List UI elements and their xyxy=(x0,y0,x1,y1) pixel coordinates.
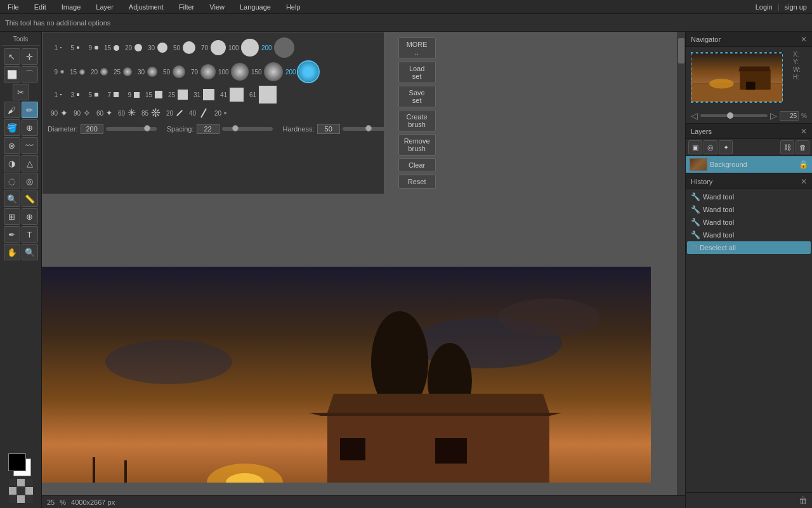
brush-line-2[interactable] xyxy=(200,109,207,118)
tool-transform[interactable]: ⊞ xyxy=(4,208,20,225)
brush-dot-50[interactable] xyxy=(183,41,195,54)
tool-burn[interactable]: △ xyxy=(22,155,38,171)
diameter-thumb[interactable] xyxy=(144,125,150,131)
tool-text[interactable]: T xyxy=(22,226,38,243)
history-item-3[interactable]: 🔧 Wand tool xyxy=(687,216,811,229)
menu-filter[interactable]: Filter xyxy=(176,2,197,12)
brush-dot-20[interactable] xyxy=(134,44,142,51)
tool-clone[interactable]: ⊕ xyxy=(22,119,38,136)
brush-dot-200-1[interactable] xyxy=(274,37,294,58)
hardness-value[interactable] xyxy=(317,124,340,134)
brush-sq-61[interactable] xyxy=(259,86,277,104)
layer-delete-btn[interactable]: 🗑 xyxy=(796,140,809,154)
tool-sharpen[interactable]: ◎ xyxy=(22,173,38,189)
brush-sq-5[interactable] xyxy=(95,93,98,97)
load-set-button[interactable]: Load set xyxy=(398,62,436,83)
history-item-1[interactable]: 🔧 Wand tool xyxy=(687,190,811,203)
zoom-slider-thumb[interactable] xyxy=(727,112,733,119)
brush-soft-25[interactable] xyxy=(123,67,132,76)
brush-star-4[interactable]: ✳ xyxy=(128,108,136,118)
brush-soft-200-selected[interactable] xyxy=(298,62,318,82)
tool-heal[interactable]: ⊗ xyxy=(4,137,20,154)
brush-soft-9[interactable] xyxy=(60,70,64,74)
tool-fill[interactable]: 🪣 xyxy=(4,119,20,136)
history-trash-btn[interactable]: 🗑 xyxy=(797,494,809,507)
zoom-in-icon[interactable]: ▷ xyxy=(770,110,777,121)
foreground-color[interactable] xyxy=(8,453,26,471)
brush-sq-9[interactable] xyxy=(134,92,140,98)
menu-layer[interactable]: Layer xyxy=(93,2,116,12)
brush-star-5[interactable]: ❊ xyxy=(151,107,160,119)
tool-brush[interactable]: 🖌 xyxy=(4,102,20,118)
tool-marquee-rect[interactable]: ⬜ xyxy=(4,66,20,83)
menu-adjustment[interactable]: Adjustment xyxy=(126,2,166,12)
brush-soft-100[interactable] xyxy=(231,63,249,81)
hardness-thumb[interactable] xyxy=(365,125,372,131)
tool-marquee-lasso[interactable]: ⌒ xyxy=(22,66,38,83)
brush-sq-25[interactable] xyxy=(178,90,188,100)
tool-eyedropper[interactable]: 🔍 xyxy=(4,190,20,207)
brush-star-3[interactable]: ✦ xyxy=(106,109,112,117)
diameter-track[interactable] xyxy=(106,127,157,131)
tool-dodge[interactable]: ◑ xyxy=(4,155,20,171)
brush-dot-30[interactable] xyxy=(157,43,167,53)
tool-eraser[interactable]: ✏ xyxy=(22,102,38,118)
clear-button[interactable]: Clear xyxy=(398,158,436,172)
brush-soft-20[interactable] xyxy=(100,68,108,76)
brush-sq-1[interactable] xyxy=(60,94,62,95)
brush-soft-15[interactable] xyxy=(79,69,85,75)
menu-help[interactable]: Help xyxy=(284,2,303,12)
spacing-track[interactable] xyxy=(222,127,273,131)
zoom-slider-track[interactable] xyxy=(700,114,768,117)
tool-warp[interactable]: ⊕ xyxy=(22,208,38,225)
menu-file[interactable]: File xyxy=(5,2,22,12)
brush-line-1[interactable] xyxy=(176,110,183,116)
brush-sq-31[interactable] xyxy=(203,89,214,100)
brush-sq-7[interactable] xyxy=(114,92,119,97)
layers-close[interactable]: ✕ xyxy=(801,127,807,136)
v-scrollbar-thumb[interactable] xyxy=(678,38,684,64)
tool-arrow[interactable]: ↖ xyxy=(4,48,20,65)
menu-edit[interactable]: Edit xyxy=(32,2,49,12)
tool-measure[interactable]: 📏 xyxy=(22,190,38,207)
zoom-out-icon[interactable]: ◁ xyxy=(691,110,698,121)
brush-dot-9[interactable] xyxy=(95,46,98,50)
layer-fx-btn[interactable]: ✦ xyxy=(719,140,733,154)
tool-move[interactable]: ✛ xyxy=(22,48,38,65)
spacing-value[interactable] xyxy=(197,124,219,134)
create-brush-button[interactable]: Create brush xyxy=(398,110,436,131)
brush-dot-1[interactable] xyxy=(60,47,62,48)
layer-background[interactable]: Background 🔒 xyxy=(686,156,812,173)
brush-soft-70[interactable] xyxy=(200,64,216,79)
brush-star-2[interactable]: ✧ xyxy=(83,109,91,117)
brush-soft-150[interactable] xyxy=(264,62,283,81)
brush-dot-100[interactable] xyxy=(241,39,259,57)
history-item-4[interactable]: 🔧 Wand tool xyxy=(687,229,811,241)
tool-blur[interactable]: ◌ xyxy=(4,173,20,189)
brush-tiny[interactable] xyxy=(224,112,226,114)
tool-pen[interactable]: ✒ xyxy=(4,226,20,243)
save-set-button[interactable]: Save set xyxy=(398,86,436,107)
brush-sq-3[interactable] xyxy=(77,93,79,96)
menu-view[interactable]: View xyxy=(207,2,227,12)
remove-brush-button[interactable]: Remove brush xyxy=(398,134,436,156)
layer-normal-btn[interactable]: ▣ xyxy=(688,140,702,154)
menu-language[interactable]: Language xyxy=(237,2,273,12)
vertical-scrollbar[interactable] xyxy=(676,32,685,499)
spacing-thumb[interactable] xyxy=(232,125,239,131)
brush-star-1[interactable]: ✦ xyxy=(60,109,68,117)
signup-link[interactable]: sign up xyxy=(785,3,807,11)
layer-mask-btn[interactable]: ◎ xyxy=(704,140,717,154)
brush-sq-41[interactable] xyxy=(230,88,244,102)
menu-image[interactable]: Image xyxy=(59,2,84,12)
reset-button[interactable]: Reset xyxy=(398,175,436,189)
brush-dot-5[interactable] xyxy=(77,46,79,49)
brush-dot-15[interactable] xyxy=(114,45,119,51)
tool-hand[interactable]: ✋ xyxy=(4,244,20,260)
diameter-value[interactable] xyxy=(81,124,103,134)
navigator-close[interactable]: ✕ xyxy=(801,35,807,44)
history-close[interactable]: ✕ xyxy=(801,177,807,186)
brush-soft-30[interactable] xyxy=(147,67,157,77)
brush-sq-15[interactable] xyxy=(155,91,162,98)
login-link[interactable]: Login xyxy=(756,3,773,11)
